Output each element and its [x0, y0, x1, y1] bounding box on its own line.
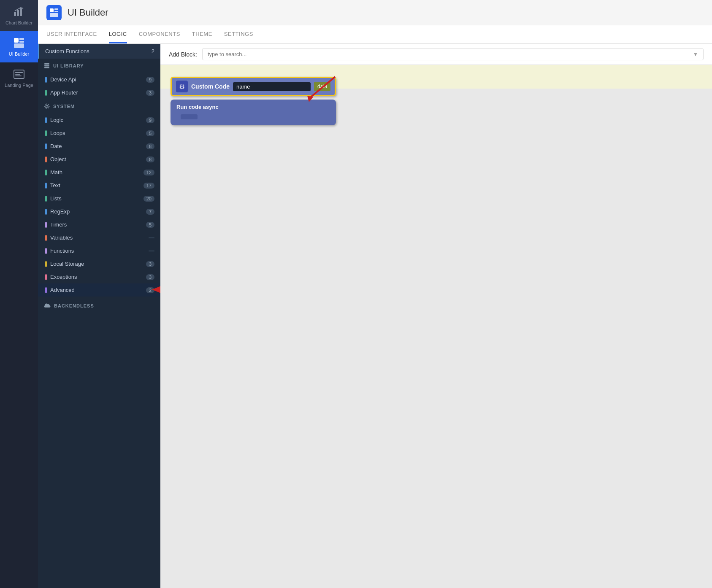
- svg-rect-15: [44, 63, 49, 65]
- sidebar-item-landing-page-label: Landing Page: [5, 83, 33, 88]
- header-icon: [46, 5, 62, 20]
- svg-rect-8: [15, 72, 23, 73]
- left-panel: Custom Functions 2 UI LIBRARY Device Api…: [38, 44, 160, 588]
- tab-user-interface[interactable]: USER INTERFACE: [46, 26, 97, 43]
- custom-functions-badge: 2: [152, 48, 154, 54]
- sidebar-item-object[interactable]: Object 8: [38, 153, 160, 166]
- tab-theme[interactable]: THEME: [192, 26, 212, 43]
- gear-section-icon: [44, 103, 50, 109]
- run-code-text: Run code async: [176, 104, 330, 110]
- tab-logic[interactable]: LOGIC: [109, 26, 127, 43]
- sidebar-item-date[interactable]: Date 8: [38, 140, 160, 153]
- add-block-search-input[interactable]: [208, 51, 693, 57]
- run-code-notch: [181, 114, 198, 119]
- sidebar-item-text[interactable]: Text 17: [38, 179, 160, 192]
- sidebar-item-ui-builder[interactable]: UI Builder: [0, 31, 38, 62]
- sidebar-item-lists[interactable]: Lists 20: [38, 192, 160, 205]
- sidebar-item-variables[interactable]: Variables: [38, 231, 160, 244]
- svg-rect-11: [50, 8, 54, 12]
- sidebar-item-exceptions[interactable]: Exceptions 3: [38, 270, 160, 283]
- sidebar-item-app-router[interactable]: App Router 3: [38, 86, 160, 99]
- sidebar-item-math[interactable]: Math 12: [38, 166, 160, 179]
- stack-icon: [44, 63, 50, 69]
- svg-rect-16: [44, 65, 49, 67]
- icon-sidebar: Chart Builder UI Builder Landing Page: [0, 0, 38, 588]
- section-header-ui-library: UI LIBRARY: [38, 59, 160, 73]
- svg-rect-1: [17, 10, 19, 16]
- section-header-system: SYSTEM: [38, 99, 160, 113]
- sidebar-item-timers[interactable]: Timers 5: [38, 218, 160, 231]
- block-label: Custom Code: [191, 83, 230, 90]
- cloud-icon: [44, 303, 51, 308]
- sidebar-item-custom-functions[interactable]: Custom Functions 2: [38, 44, 160, 59]
- content-area: Custom Functions 2 UI LIBRARY Device Api…: [38, 44, 712, 588]
- app-router-badge: 3: [146, 90, 154, 96]
- device-api-color-bar: [45, 77, 47, 83]
- svg-point-18: [46, 105, 48, 108]
- block-data-tab[interactable]: data: [314, 82, 330, 91]
- chart-icon: [13, 6, 25, 18]
- svg-rect-10: [15, 76, 22, 76]
- sidebar-item-logic[interactable]: Logic 9: [38, 113, 160, 127]
- dropdown-arrow-icon: ▼: [693, 51, 698, 57]
- nav-tabs: USER INTERFACE LOGIC COMPONENTS THEME SE…: [38, 25, 712, 44]
- custom-code-block[interactable]: ⚙ Custom Code data: [171, 77, 336, 96]
- svg-rect-0: [14, 12, 16, 16]
- tab-settings[interactable]: SETTINGS: [224, 26, 253, 43]
- main-area: UI Builder USER INTERFACE LOGIC COMPONEN…: [38, 0, 712, 588]
- run-code-block[interactable]: Run code async: [171, 100, 336, 125]
- svg-rect-3: [14, 38, 19, 43]
- svg-rect-9: [15, 74, 20, 75]
- svg-rect-13: [54, 11, 58, 12]
- ui-builder-icon: [13, 37, 25, 49]
- tab-components[interactable]: COMPONENTS: [139, 26, 180, 43]
- top-header: UI Builder: [38, 0, 712, 25]
- section-header-backendless: BACKENDLESS: [38, 299, 160, 313]
- svg-rect-4: [19, 38, 24, 40]
- sidebar-item-ui-builder-label: UI Builder: [9, 51, 29, 57]
- add-block-label: Add Block:: [169, 51, 197, 58]
- svg-rect-17: [44, 67, 49, 68]
- sidebar-item-landing-page[interactable]: Landing Page: [0, 62, 38, 94]
- landing-page-icon: [13, 68, 25, 80]
- app-router-color-bar: [45, 90, 47, 96]
- device-api-badge: 9: [146, 77, 154, 83]
- add-block-bar: Add Block: ▼: [160, 44, 712, 65]
- app-title: UI Builder: [68, 7, 108, 18]
- sidebar-item-regexp[interactable]: RegExp 7: [38, 205, 160, 218]
- sidebar-item-chart-builder[interactable]: Chart Builder: [0, 0, 38, 31]
- sidebar-item-local-storage[interactable]: Local Storage 3: [38, 257, 160, 270]
- sidebar-item-device-api[interactable]: Device Api 9: [38, 73, 160, 86]
- svg-rect-2: [20, 8, 22, 16]
- sidebar-item-advanced[interactable]: Advanced 2: [38, 283, 160, 297]
- sidebar-item-loops[interactable]: Loops 5: [38, 127, 160, 140]
- canvas-area: ⚙ Custom Code data Run code: [160, 65, 712, 588]
- svg-rect-14: [50, 13, 58, 17]
- custom-functions-label: Custom Functions: [45, 48, 89, 54]
- block-name-field[interactable]: [233, 82, 311, 91]
- sidebar-item-chart-builder-label: Chart Builder: [5, 20, 32, 25]
- block-gear-icon: ⚙: [176, 81, 188, 92]
- add-block-search-container[interactable]: ▼: [202, 48, 704, 60]
- svg-rect-6: [14, 43, 24, 48]
- blocks-container: ⚙ Custom Code data Run code: [171, 77, 336, 125]
- right-content: Add Block: ▼ ⚙ Custom Code data: [160, 44, 712, 588]
- svg-rect-5: [19, 41, 24, 43]
- svg-rect-12: [54, 8, 58, 10]
- sidebar-item-functions[interactable]: Functions: [38, 244, 160, 257]
